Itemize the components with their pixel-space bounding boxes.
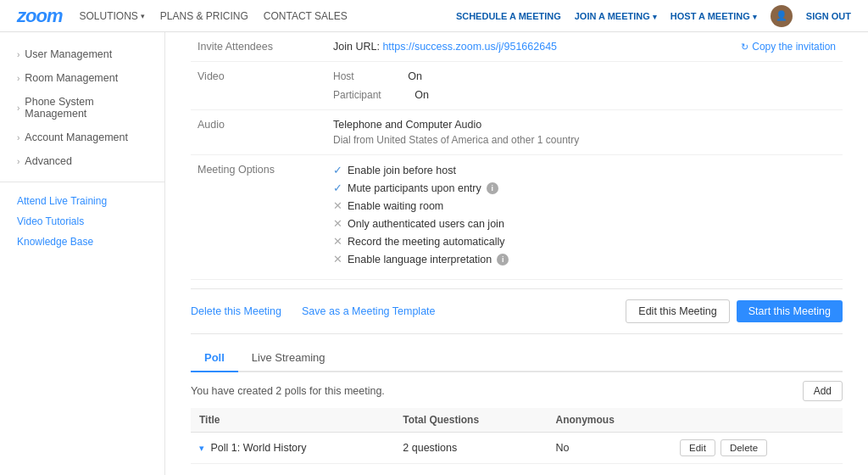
chevron-right-icon: › [17, 50, 19, 59]
audio-value: Telephone and Computer Audio Dial from U… [326, 110, 843, 155]
options-value: ✓ Enable join before host ✓ Mute partici… [326, 155, 843, 280]
options-label: Meeting Options [191, 155, 326, 280]
sidebar: › User Management › Room Management › Ph… [0, 32, 165, 475]
chevron-icon: ▾ [141, 12, 145, 20]
poll-table: Title Total Questions Anonymous ▾ Poll 1… [191, 408, 843, 464]
table-row: ▾ Poll 1: World History 2 questions No E… [191, 433, 843, 464]
add-poll-button[interactable]: Add [803, 381, 843, 401]
start-meeting-button[interactable]: Start this Meeting [737, 300, 843, 322]
nav-contact-sales[interactable]: CONTACT SALES [264, 10, 348, 22]
sidebar-link-live-training[interactable]: Attend Live Training [0, 191, 164, 211]
meeting-details-table: Invite Attendees Join URL: https://succe… [191, 32, 843, 280]
chevron-down-icon: ▾ [653, 13, 657, 21]
zoom-logo[interactable]: zoom [17, 5, 62, 27]
video-value: Host On Participant On [326, 62, 843, 110]
audio-row: Audio Telephone and Computer Audio Dial … [191, 110, 843, 155]
layout: › User Management › Room Management › Ph… [0, 32, 868, 475]
checkmark-icon: ✓ [333, 182, 342, 194]
delete-meeting-link[interactable]: Delete this Meeting [191, 305, 281, 317]
join-url-text: Join URL: [333, 41, 380, 53]
option-waiting-room: ✕ Enable waiting room [333, 199, 836, 212]
x-icon: ✕ [333, 253, 342, 265]
poll-info: You have created 2 polls for this meetin… [191, 381, 843, 401]
audio-label: Audio [191, 110, 326, 155]
action-row: Delete this Meeting Save as a Meeting Te… [191, 288, 843, 334]
option-authenticated-users: ✕ Only authenticated users can join [333, 217, 836, 230]
video-label: Video [191, 62, 326, 110]
chevron-right-icon: › [17, 157, 19, 166]
chevron-right-icon: › [17, 133, 19, 142]
sidebar-item-advanced[interactable]: › Advanced [0, 149, 164, 173]
tabs-row: Poll Live Streaming [191, 344, 843, 372]
x-icon: ✕ [333, 235, 342, 248]
sign-out-link[interactable]: SIGN OUT [806, 11, 851, 21]
chevron-right-icon: › [17, 103, 19, 113]
avatar[interactable]: 👤 [771, 5, 793, 27]
copy-icon: ↻ [741, 42, 748, 53]
sidebar-link-knowledge-base[interactable]: Knowledge Base [0, 232, 164, 252]
poll-count-text: You have created 2 polls for this meetin… [191, 385, 385, 397]
join-url-link[interactable]: https://success.zoom.us/j/951662645 [382, 41, 557, 53]
tab-poll[interactable]: Poll [191, 344, 238, 371]
options-row: Meeting Options ✓ Enable join before hos… [191, 155, 843, 280]
option-join-before-host: ✓ Enable join before host [333, 164, 836, 176]
invite-row: Invite Attendees Join URL: https://succe… [191, 32, 843, 62]
audio-type: Telephone and Computer Audio [333, 119, 836, 131]
x-icon: ✕ [333, 217, 342, 230]
participant-label: Participant [333, 89, 381, 101]
copy-invitation-button[interactable]: ↻ Copy the invitation [741, 41, 836, 53]
host-label: Host [333, 70, 354, 82]
schedule-meeting-link[interactable]: SCHEDULE A MEETING [456, 11, 561, 21]
poll-title: ▾ Poll 1: World History [191, 433, 394, 464]
col-anonymous: Anonymous [547, 408, 671, 433]
option-record-automatically: ✕ Record the meeting automatically [333, 235, 836, 248]
sidebar-item-account-management[interactable]: › Account Management [0, 126, 164, 149]
sidebar-item-phone-system[interactable]: › Phone System Management [0, 90, 164, 126]
info-icon[interactable]: i [487, 182, 498, 194]
col-title: Title [191, 408, 394, 433]
participant-value: On [415, 89, 429, 101]
nav-solutions[interactable]: SOLUTIONS ▾ [79, 10, 144, 22]
invite-label: Invite Attendees [191, 32, 326, 62]
host-value: On [408, 70, 422, 82]
poll-anonymous: No [547, 433, 671, 464]
col-total-questions: Total Questions [394, 408, 547, 433]
delete-poll-button[interactable]: Delete [721, 439, 767, 456]
info-icon[interactable]: i [497, 254, 509, 265]
checkmark-icon: ✓ [333, 164, 342, 176]
save-template-link[interactable]: Save as a Meeting Template [302, 305, 436, 317]
sidebar-item-user-management[interactable]: › User Management [0, 42, 164, 66]
sidebar-link-video-tutorials[interactable]: Video Tutorials [0, 211, 164, 232]
col-actions [671, 408, 843, 433]
option-mute-participants: ✓ Mute participants upon entry i [333, 182, 836, 194]
chevron-right-icon: › [17, 74, 19, 83]
poll-questions: 2 questions [394, 433, 547, 464]
join-meeting-link[interactable]: JOIN A MEETING ▾ [575, 11, 657, 21]
dial-info: Dial from United States of America and o… [333, 134, 836, 146]
expand-icon[interactable]: ▾ [199, 443, 204, 453]
invite-value: Join URL: https://success.zoom.us/j/9516… [326, 32, 843, 62]
x-icon: ✕ [333, 199, 342, 212]
main-content: Invite Attendees Join URL: https://succe… [165, 32, 868, 475]
edit-poll-button[interactable]: Edit [680, 439, 715, 456]
host-meeting-link[interactable]: HOST A MEETING ▾ [670, 11, 757, 21]
top-nav: zoom SOLUTIONS ▾ PLANS & PRICING CONTACT… [0, 0, 868, 32]
sidebar-item-room-management[interactable]: › Room Management [0, 66, 164, 90]
poll-table-header: Title Total Questions Anonymous [191, 408, 843, 433]
chevron-down-icon: ▾ [753, 13, 757, 21]
option-language-interpretation: ✕ Enable language interpretation i [333, 253, 836, 265]
nav-right: SCHEDULE A MEETING JOIN A MEETING ▾ HOST… [456, 5, 851, 27]
row-actions: Edit Delete [680, 439, 834, 456]
edit-meeting-button[interactable]: Edit this Meeting [626, 299, 729, 323]
tab-live-streaming[interactable]: Live Streaming [238, 344, 339, 371]
video-row: Video Host On Participant On [191, 62, 843, 110]
poll-row-actions: Edit Delete [671, 433, 843, 464]
sidebar-divider [0, 182, 164, 182]
nav-links: SOLUTIONS ▾ PLANS & PRICING CONTACT SALE… [79, 10, 455, 22]
nav-plans[interactable]: PLANS & PRICING [160, 10, 248, 22]
